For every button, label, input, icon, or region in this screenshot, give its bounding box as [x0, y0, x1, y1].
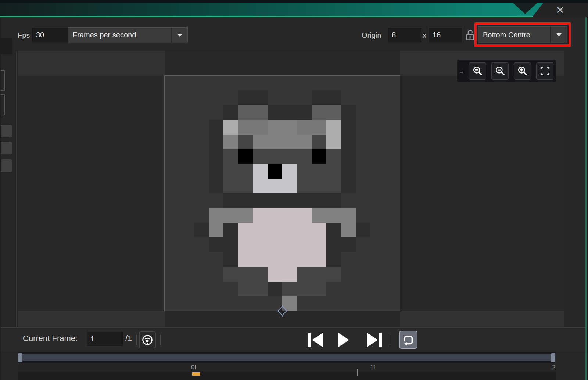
total-frames-label: /1 [125, 334, 132, 343]
close-icon: ✕ [556, 4, 564, 16]
current-frame-label: Current Frame: [23, 334, 78, 343]
sidebar-button-partial[interactable] [0, 125, 12, 137]
titlebar-accent-line [0, 16, 537, 17]
fps-mode-dropdown[interactable]: Frames per second [68, 27, 188, 43]
zoom-reset-icon [495, 65, 506, 76]
timeline-ruler[interactable]: 0f1f2 [18, 363, 556, 372]
canvas-band-bottom-right [400, 311, 564, 327]
canvas-band-bottom-left [18, 311, 165, 327]
timeline-frames-strip[interactable] [18, 372, 556, 380]
next-frame-icon [367, 333, 378, 347]
zoom-in-button[interactable] [514, 62, 531, 80]
fps-mode-dropdown-arrow-button[interactable] [171, 28, 187, 43]
onion-skin-button[interactable] [139, 331, 156, 348]
zoom-in-icon [517, 65, 528, 76]
play-icon [338, 333, 349, 347]
origin-y-input[interactable] [429, 28, 462, 42]
timeline-tick-label: 1f [370, 364, 375, 371]
zoom-out-button[interactable] [469, 62, 486, 80]
fps-input[interactable] [32, 28, 68, 42]
timeline-tick-mark [357, 369, 358, 376]
scrubber-handle-right[interactable] [551, 353, 556, 362]
drag-handle-icon[interactable] [460, 69, 464, 73]
fit-to-window-button[interactable] [536, 62, 553, 80]
timeline-tick-label: 2 [552, 364, 555, 371]
close-button[interactable]: ✕ [551, 4, 569, 17]
canvas-band-mid-right [400, 76, 564, 311]
previous-frame-button[interactable] [308, 333, 324, 347]
canvas-band-mid-left [18, 76, 165, 311]
fit-icon [539, 65, 551, 76]
origin-label: Origin [362, 30, 381, 41]
fps-mode-value: Frames per second [68, 31, 171, 39]
zoom-out-icon [472, 65, 483, 76]
window-edge [587, 17, 588, 380]
loop-toggle-button[interactable] [399, 331, 417, 349]
next-frame-button[interactable] [367, 333, 383, 347]
divider [136, 335, 137, 345]
divider [390, 335, 390, 345]
annotation-highlight-rect [474, 22, 571, 47]
unlock-icon [465, 29, 475, 41]
sidebar-divider [16, 51, 17, 327]
zoom-toolbar [457, 60, 556, 82]
titlebar-notch [513, 3, 537, 14]
titlebar-teal-gradient [0, 3, 588, 16]
play-button[interactable] [338, 333, 349, 347]
fps-label: Fps [18, 30, 30, 41]
divider [160, 335, 161, 345]
chevron-down-icon [177, 34, 182, 37]
zoom-reset-button[interactable] [491, 62, 509, 80]
sprite-pixels [165, 76, 400, 311]
origin-lock-button[interactable] [465, 29, 475, 41]
sidebar-button-partial[interactable] [0, 70, 5, 91]
sidebar-button-partial[interactable] [0, 142, 12, 154]
sidebar-input-partial[interactable] [0, 38, 12, 54]
timeline-scrubber-range[interactable] [19, 354, 554, 361]
timeline-tick-label: 0f [191, 364, 196, 371]
canvas-band-top-left [18, 51, 165, 76]
origin-separator: x [423, 30, 426, 41]
sidebar-button-partial[interactable] [0, 94, 5, 115]
previous-frame-icon [308, 333, 311, 347]
scrubber-handle-left[interactable] [18, 353, 22, 362]
canvas-band-top-mid [165, 51, 400, 76]
current-frame-input[interactable] [87, 332, 123, 346]
origin-crosshair-icon[interactable] [276, 304, 289, 318]
sidebar-button-partial[interactable] [0, 159, 12, 172]
onion-skin-icon [141, 334, 153, 346]
origin-x-input[interactable] [388, 28, 421, 42]
window-edge [0, 17, 1, 380]
timeline-frame-marker [192, 372, 200, 376]
loop-icon [402, 334, 414, 346]
